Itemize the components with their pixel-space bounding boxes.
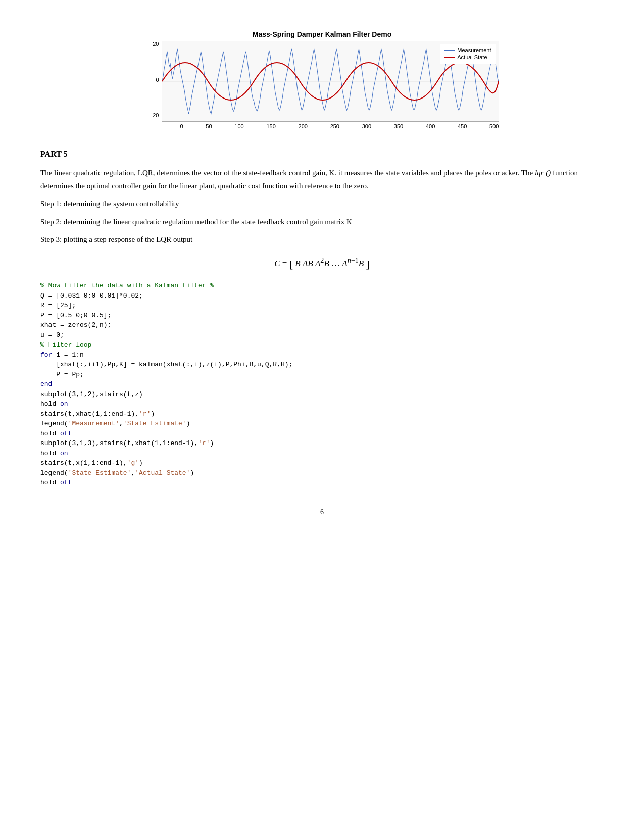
- code-line-13: hold on: [40, 400, 68, 408]
- lqr-italic: lqr (): [535, 169, 551, 177]
- x-label-250: 250: [330, 123, 339, 129]
- chart-legend: Measurement Actual State: [440, 44, 496, 64]
- y-axis-labels: 20 0 -20: [145, 41, 162, 129]
- code-line-19: stairs(t,x(1,1:end-1),'g'): [40, 459, 143, 467]
- code-line-20: legend('State Estimate','Actual State'): [40, 469, 194, 477]
- code-line-11: end: [40, 380, 52, 388]
- code-line-17: subplot(3,1,3),stairs(t,xhat(1,1:end-1),…: [40, 439, 214, 447]
- code-line-18: hold on: [40, 450, 68, 457]
- code-line-21: hold off: [40, 479, 72, 486]
- hold-off-1: off: [60, 430, 72, 437]
- legend-line-actual-state: [444, 57, 455, 58]
- x-label-50: 50: [206, 123, 212, 129]
- x-label-500: 500: [489, 123, 499, 129]
- legend-item-measurement: Measurement: [444, 47, 491, 53]
- body-paragraph-1: The linear quadratic regulation, LQR, de…: [40, 167, 604, 192]
- code-block: % Now filter the data with a Kalman filt…: [40, 281, 604, 488]
- y-label-mid: 0: [156, 77, 159, 83]
- x-label-200: 200: [299, 123, 308, 129]
- code-line-2: Q = [0.031 0;0 0.01]*0.02;: [40, 292, 143, 300]
- code-line-5: xhat = zeros(2,n);: [40, 321, 111, 329]
- x-label-300: 300: [362, 123, 371, 129]
- code-line-7: % Filter loop: [40, 341, 91, 349]
- x-label-0: 0: [180, 123, 183, 129]
- step-1-text: Step 1: determining the system controlla…: [40, 198, 604, 211]
- code-line-10: P = Pp;: [40, 371, 84, 378]
- x-label-350: 350: [394, 123, 403, 129]
- code-line-15: legend('Measurement','State Estimate'): [40, 420, 190, 427]
- step-2-text: Step 2: determining the linear quadratic…: [40, 216, 604, 229]
- step-3-text: Step 3: plotting a step response of the …: [40, 233, 604, 247]
- x-label-400: 400: [426, 123, 435, 129]
- x-axis-labels: 0 50 100 150 200 250 300 350 400 450 500: [180, 122, 499, 129]
- chart-container: Mass-Spring Damper Kalman Filter Demo 20…: [145, 30, 499, 129]
- part-heading: PART 5: [40, 150, 604, 159]
- x-label-100: 100: [234, 123, 243, 129]
- formula-text: C = [ B AB A2B … An−1B ]: [274, 259, 370, 268]
- code-line-3: R = [25];: [40, 302, 76, 309]
- code-line-9: [xhat(:,i+1),Pp,K] = kalman(xhat(:,i),z(…: [40, 361, 292, 368]
- page-number: 6: [40, 508, 604, 516]
- code-line-12: subplot(3,1,2),stairs(t,z): [40, 390, 143, 398]
- hold-off-2: off: [60, 479, 72, 486]
- legend-line-measurement: [444, 50, 455, 51]
- code-line-8: for i = 1:n: [40, 351, 84, 359]
- code-line-6: u = 0;: [40, 331, 64, 339]
- legend-label-actual-state: Actual State: [457, 54, 487, 60]
- y-label-bot: -20: [151, 112, 159, 118]
- code-line-16: hold off: [40, 430, 72, 437]
- chart-area: 20 0 -20 Me: [145, 41, 499, 129]
- formula-container: C = [ B AB A2B … An−1B ]: [40, 257, 604, 271]
- y-label-top: 20: [153, 41, 159, 47]
- code-line-1: % Now filter the data with a Kalman filt…: [40, 282, 214, 289]
- chart-title: Mass-Spring Damper Kalman Filter Demo: [145, 30, 499, 38]
- chart-plot: Measurement Actual State: [162, 41, 499, 122]
- x-label-150: 150: [266, 123, 275, 129]
- x-label-450: 450: [458, 123, 467, 129]
- legend-label-measurement: Measurement: [457, 47, 491, 53]
- code-line-14: stairs(t,xhat(1,1:end-1),'r'): [40, 410, 155, 418]
- legend-item-actual-state: Actual State: [444, 54, 491, 60]
- code-line-4: P = [0.5 0;0 0.5];: [40, 312, 111, 319]
